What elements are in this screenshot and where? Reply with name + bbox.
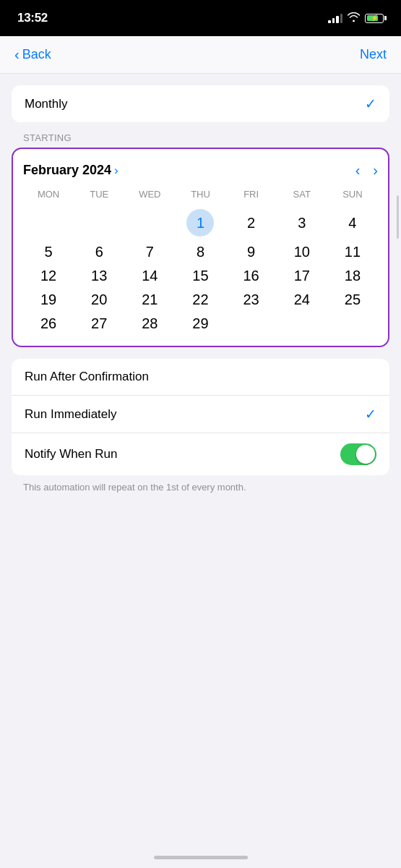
calendar-day[interactable]: 8 xyxy=(175,240,225,264)
frequency-card: Monthly ✓ xyxy=(12,85,389,122)
notify-when-run-label: Notify When Run xyxy=(25,447,118,461)
nav-bar: ‹ Back Next xyxy=(0,36,401,74)
frequency-label: Monthly xyxy=(25,97,68,111)
calendar-day[interactable]: 17 xyxy=(277,264,327,288)
calendar-day[interactable]: 16 xyxy=(226,264,277,288)
calendar-day[interactable]: 3 xyxy=(277,205,327,240)
weekday-wed: WED xyxy=(124,189,175,205)
home-bar xyxy=(154,856,248,859)
calendar-day xyxy=(124,205,175,240)
calendar-day[interactable]: 22 xyxy=(175,288,225,312)
notify-toggle[interactable] xyxy=(340,443,376,465)
calendar-day[interactable]: 15 xyxy=(175,264,225,288)
calendar-week-row: 567891011 xyxy=(23,240,378,264)
signal-icon xyxy=(328,13,342,23)
calendar-day[interactable]: 28 xyxy=(124,312,175,336)
scroll-indicator xyxy=(397,195,399,239)
run-immediately-label: Run Immediately xyxy=(25,407,117,422)
run-immediately-row[interactable]: Run Immediately ✓ xyxy=(12,395,389,433)
calendar-day[interactable]: 1 xyxy=(175,205,225,240)
calendar-month-title: February 2024 › xyxy=(23,163,118,178)
calendar-navigation: ‹ › xyxy=(355,162,378,179)
status-time: 13:52 xyxy=(17,11,48,25)
weekday-thu: THU xyxy=(175,189,225,205)
run-immediately-checkmark: ✓ xyxy=(365,406,376,422)
footer-note: This automation will repeat on the 1st o… xyxy=(0,475,401,503)
weekday-fri: FRI xyxy=(226,189,277,205)
calendar-day[interactable]: 24 xyxy=(277,288,327,312)
starting-section-label: STARTING xyxy=(0,122,401,148)
battery-icon: ⚡ xyxy=(365,14,384,23)
calendar-week-row: 19202122232425 xyxy=(23,288,378,312)
calendar-day[interactable]: 10 xyxy=(277,240,327,264)
calendar-day[interactable]: 18 xyxy=(327,264,378,288)
calendar-day[interactable]: 29 xyxy=(175,312,225,336)
calendar-day xyxy=(74,205,124,240)
home-indicator xyxy=(0,850,401,868)
calendar-week-row: 12131415161718 xyxy=(23,264,378,288)
run-after-confirmation-row[interactable]: Run After Confirmation xyxy=(12,359,389,395)
calendar-day[interactable]: 26 xyxy=(23,312,74,336)
calendar-next-button[interactable]: › xyxy=(373,162,378,179)
back-chevron-icon: ‹ xyxy=(14,47,20,61)
calendar-day[interactable]: 14 xyxy=(124,264,175,288)
wifi-icon xyxy=(348,12,360,24)
calendar-header: February 2024 › ‹ › xyxy=(23,162,378,179)
back-label: Back xyxy=(22,47,51,62)
next-button[interactable]: Next xyxy=(360,47,387,62)
calendar-day xyxy=(23,205,74,240)
calendar-grid: MON TUE WED THU FRI SAT SUN 123456789101… xyxy=(23,189,378,336)
weekday-sat: SAT xyxy=(277,189,327,205)
calendar-day[interactable]: 25 xyxy=(327,288,378,312)
calendar-day[interactable]: 27 xyxy=(74,312,124,336)
calendar-day[interactable]: 2 xyxy=(226,205,277,240)
calendar-card: February 2024 › ‹ › MON TUE WED THU FRI … xyxy=(12,148,389,347)
toggle-knob xyxy=(356,445,375,464)
calendar-day[interactable]: 6 xyxy=(74,240,124,264)
weekday-sun: SUN xyxy=(327,189,378,205)
calendar-day[interactable]: 21 xyxy=(124,288,175,312)
status-icons: ⚡ xyxy=(328,12,384,24)
calendar-day[interactable]: 9 xyxy=(226,240,277,264)
status-bar: 13:52 ⚡ xyxy=(0,0,401,36)
calendar-prev-button[interactable]: ‹ xyxy=(355,162,361,179)
calendar-day[interactable]: 19 xyxy=(23,288,74,312)
calendar-day[interactable]: 20 xyxy=(74,288,124,312)
weekday-tue: TUE xyxy=(74,189,124,205)
calendar-day[interactable]: 5 xyxy=(23,240,74,264)
options-card: Run After Confirmation Run Immediately ✓… xyxy=(12,359,389,475)
calendar-day xyxy=(226,312,277,336)
calendar-day[interactable]: 7 xyxy=(124,240,175,264)
calendar-week-row: 1234 xyxy=(23,205,378,240)
calendar-day xyxy=(277,312,327,336)
back-button[interactable]: ‹ Back xyxy=(14,47,51,62)
calendar-day[interactable]: 11 xyxy=(327,240,378,264)
notify-when-run-row[interactable]: Notify When Run xyxy=(12,433,389,475)
calendar-day[interactable]: 4 xyxy=(327,205,378,240)
run-after-confirmation-label: Run After Confirmation xyxy=(25,370,149,384)
options-section: Run After Confirmation Run Immediately ✓… xyxy=(0,359,401,503)
calendar-day[interactable]: 13 xyxy=(74,264,124,288)
calendar-weekday-header: MON TUE WED THU FRI SAT SUN xyxy=(23,189,378,205)
calendar-expand-icon[interactable]: › xyxy=(114,163,118,178)
frequency-checkmark: ✓ xyxy=(365,95,376,112)
calendar-day xyxy=(327,312,378,336)
calendar-month-year: February 2024 xyxy=(23,163,111,178)
calendar-day[interactable]: 12 xyxy=(23,264,74,288)
frequency-row[interactable]: Monthly ✓ xyxy=(12,85,389,122)
weekday-mon: MON xyxy=(23,189,74,205)
calendar-day[interactable]: 23 xyxy=(226,288,277,312)
content-area: Monthly ✓ STARTING February 2024 › ‹ › M… xyxy=(0,74,401,514)
calendar-week-row: 26272829 xyxy=(23,312,378,336)
